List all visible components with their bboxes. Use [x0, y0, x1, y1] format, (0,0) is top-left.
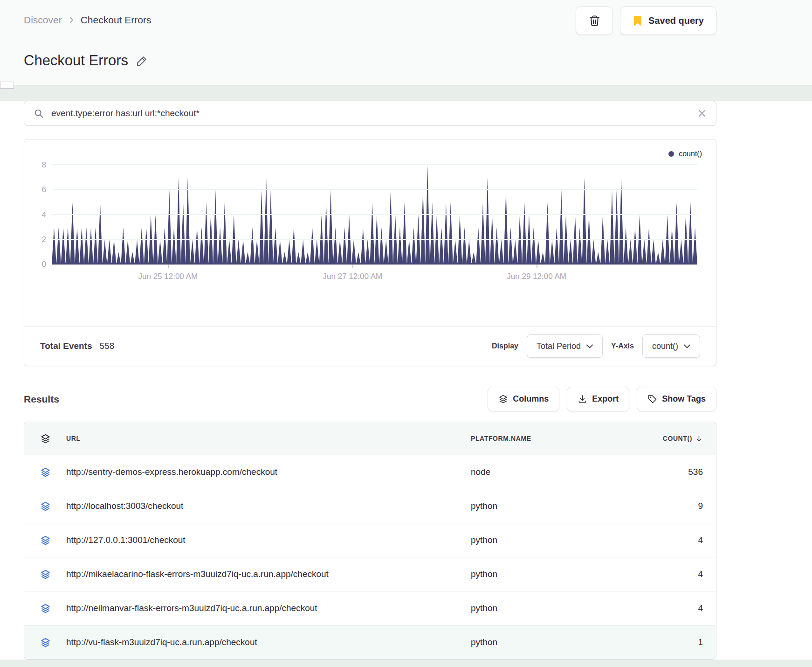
y-axis-tick-label: 2: [28, 235, 46, 244]
events-chart-card: count() 02468Jun 25 12:00 AMJun 27 12:00…: [24, 139, 716, 366]
count-cell: 4: [625, 569, 716, 579]
sort-descending-arrow-icon: [695, 435, 703, 443]
search-bar: [24, 101, 716, 126]
table-row[interactable]: http://sentry-demos-express.herokuapp.co…: [24, 455, 716, 489]
chevron-down-icon: [684, 344, 690, 348]
download-icon: [578, 394, 587, 404]
gridline: [52, 189, 697, 190]
cell-actions-layers-icon[interactable]: [24, 569, 66, 580]
tag-icon: [647, 394, 657, 404]
x-axis-tick-label: Jun 29 12:00 AM: [507, 272, 566, 281]
count-cell: 4: [625, 603, 716, 613]
url-cell[interactable]: http://vu-flask-m3uuizd7iq-uc.a.run.app/…: [66, 637, 471, 647]
breadcrumb-discover-link[interactable]: Discover: [24, 14, 62, 26]
cell-actions-layers-icon[interactable]: [24, 535, 66, 546]
search-icon: [34, 108, 44, 118]
column-header-url[interactable]: URL: [66, 435, 471, 442]
table-row[interactable]: http://mikaelacarino-flask-errors-m3uuiz…: [24, 557, 716, 591]
count-cell: 536: [625, 467, 716, 477]
clear-search-icon[interactable]: [697, 109, 707, 118]
events-chart-plot[interactable]: 02468Jun 25 12:00 AMJun 27 12:00 AMJun 2…: [52, 165, 697, 265]
url-cell[interactable]: http://mikaelacarino-flask-errors-m3uuiz…: [66, 569, 471, 579]
show-tags-label: Show Tags: [662, 394, 706, 404]
saved-query-button[interactable]: Saved query: [620, 7, 716, 35]
display-dropdown[interactable]: Total Period: [527, 334, 603, 358]
export-label: Export: [592, 394, 619, 404]
platform-cell: node: [471, 467, 625, 477]
table-row[interactable]: http://vu-flask-m3uuizd7iq-uc.a.run.app/…: [24, 625, 716, 659]
x-axis-tick-label: Jun 27 12:00 AM: [323, 272, 383, 281]
count-series-area: [52, 165, 697, 264]
chart-footer: Total Events 558 Display Total Period Y-…: [24, 326, 716, 366]
legend-label: count(): [679, 150, 702, 158]
layers-icon: [498, 394, 508, 404]
x-axis-tick-label: Jun 25 12:00 AM: [138, 272, 198, 281]
page-header: Discover Checkout Errors: [0, 0, 812, 85]
yaxis-dropdown[interactable]: count(): [642, 334, 700, 358]
export-button[interactable]: Export: [567, 387, 629, 411]
cell-actions-layers-icon[interactable]: [24, 501, 66, 512]
table-header-row: URL PLATFORM.NAME COUNT(): [24, 422, 716, 455]
columns-button[interactable]: Columns: [488, 387, 559, 411]
platform-cell: python: [471, 637, 625, 647]
x-axis-tick-mark: [352, 264, 353, 268]
delete-query-button[interactable]: [576, 7, 613, 35]
total-events-label: Total Events: [40, 341, 92, 351]
table-row[interactable]: http://127.0.0.1:3001/checkout python 4: [24, 523, 716, 557]
trash-icon: [588, 14, 601, 27]
legend-dot: [668, 151, 674, 157]
yaxis-dropdown-value: count(): [652, 341, 678, 351]
show-tags-button[interactable]: Show Tags: [637, 387, 716, 411]
x-axis-tick-mark: [168, 264, 169, 268]
sidebar-collapse-handle[interactable]: [0, 82, 14, 89]
url-cell[interactable]: http://sentry-demos-express.herokuapp.co…: [66, 467, 471, 477]
url-cell[interactable]: http://127.0.0.1:3001/checkout: [66, 535, 471, 545]
saved-query-label: Saved query: [648, 15, 704, 26]
cell-actions-layers-icon[interactable]: [24, 467, 66, 478]
breadcrumb-current: Checkout Errors: [81, 14, 151, 26]
layers-icon[interactable]: [24, 433, 66, 444]
display-dropdown-value: Total Period: [537, 341, 581, 351]
cell-actions-layers-icon[interactable]: [24, 637, 66, 648]
y-axis-tick-label: 0: [28, 260, 46, 269]
bookmark-icon: [633, 15, 643, 27]
total-events-value: 558: [100, 341, 115, 351]
count-cell: 9: [625, 501, 716, 511]
platform-cell: python: [471, 569, 625, 579]
column-header-count[interactable]: COUNT(): [625, 435, 716, 443]
main-content: count() 02468Jun 25 12:00 AMJun 27 12:00…: [0, 101, 812, 660]
breadcrumb: Discover Checkout Errors: [24, 14, 151, 26]
search-input[interactable]: [50, 108, 691, 119]
column-header-platform[interactable]: PLATFORM.NAME: [471, 435, 625, 442]
platform-cell: python: [471, 603, 625, 613]
count-cell: 1: [625, 637, 716, 647]
url-cell[interactable]: http://localhost:3003/checkout: [66, 501, 471, 511]
y-axis-tick-label: 8: [28, 160, 46, 170]
cell-actions-layers-icon[interactable]: [24, 603, 66, 614]
x-axis-tick-mark: [537, 264, 537, 268]
chevron-down-icon: [586, 344, 593, 348]
table-row[interactable]: http://neilmanvar-flask-errors-m3uuizd7i…: [24, 591, 716, 625]
edit-title-pencil-icon[interactable]: [136, 55, 148, 67]
y-axis-tick-label: 6: [28, 185, 46, 195]
platform-cell: python: [471, 535, 625, 545]
columns-label: Columns: [513, 394, 549, 404]
gridline: [52, 214, 697, 215]
platform-cell: python: [471, 501, 625, 511]
count-cell: 4: [625, 535, 716, 545]
chevron-right-icon: [68, 16, 75, 24]
chart-legend-count[interactable]: count(): [668, 150, 702, 158]
results-heading: Results: [24, 394, 59, 405]
table-row[interactable]: http://localhost:3003/checkout python 9: [24, 489, 716, 523]
page-title: Checkout Errors: [24, 52, 128, 69]
gridline: [52, 164, 697, 165]
display-label: Display: [492, 342, 518, 350]
url-cell[interactable]: http://neilmanvar-flask-errors-m3uuizd7i…: [66, 603, 471, 613]
count-header-label: COUNT(): [663, 435, 692, 442]
y-axis-tick-label: 4: [28, 210, 46, 220]
results-table: URL PLATFORM.NAME COUNT() http://sentry-…: [24, 422, 716, 660]
gridline: [52, 239, 697, 240]
yaxis-label: Y-Axis: [611, 342, 634, 350]
